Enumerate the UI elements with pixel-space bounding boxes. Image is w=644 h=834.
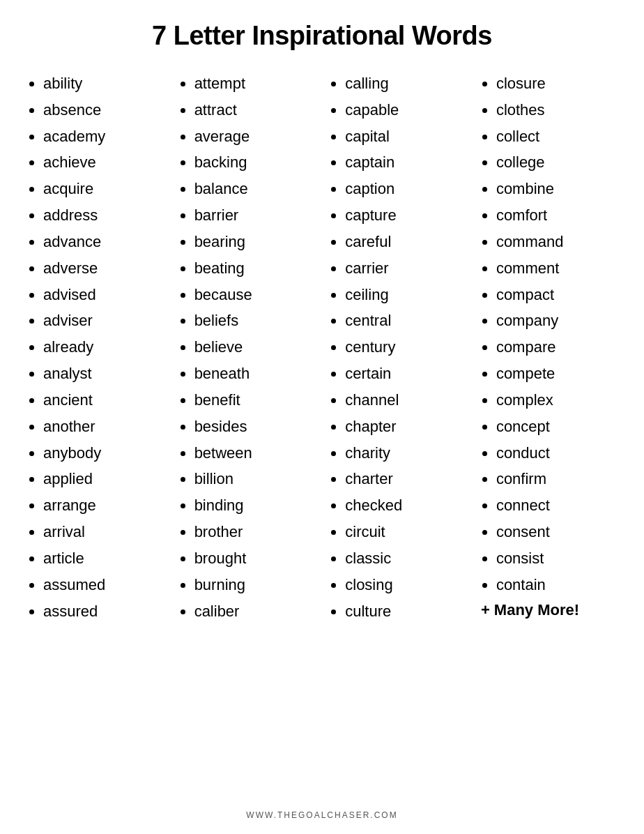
list-item: collect xyxy=(496,123,616,150)
list-item: captain xyxy=(345,149,465,176)
list-item: attract xyxy=(194,97,314,123)
list-item: certain xyxy=(345,361,465,387)
list-item: careful xyxy=(345,229,465,255)
list-item: advised xyxy=(43,282,163,308)
list-item: ability xyxy=(43,70,163,97)
list-item: academy xyxy=(43,123,163,150)
list-item: century xyxy=(345,334,465,361)
list-item: consent xyxy=(496,519,616,545)
list-item: acquire xyxy=(43,176,163,202)
list-item: complex xyxy=(496,387,616,414)
list-item: charity xyxy=(345,440,465,467)
list-item: command xyxy=(496,229,616,255)
list-item: attempt xyxy=(194,70,314,97)
list-item: ceiling xyxy=(345,282,465,308)
list-item: carrier xyxy=(345,255,465,282)
word-column-3: callingcapablecapitalcaptaincaptioncaptu… xyxy=(330,70,465,796)
list-item: company xyxy=(496,308,616,334)
word-column-2: attemptattractaveragebackingbalancebarri… xyxy=(179,70,314,796)
list-item: arrange xyxy=(43,492,163,519)
list-item: compete xyxy=(496,361,616,387)
page-title: 7 Letter Inspirational Words xyxy=(152,21,492,51)
list-item: charter xyxy=(345,466,465,492)
list-item: arrival xyxy=(43,519,163,545)
list-item: circuit xyxy=(345,519,465,545)
list-item: compact xyxy=(496,282,616,308)
list-item: chapter xyxy=(345,414,465,440)
word-columns: abilityabsenceacademyachieveacquireaddre… xyxy=(28,70,616,796)
list-item: beliefs xyxy=(194,308,314,334)
list-item: benefit xyxy=(194,387,314,414)
list-item: brought xyxy=(194,545,314,572)
list-item: channel xyxy=(345,387,465,414)
list-item: analyst xyxy=(43,361,163,387)
list-item: contain xyxy=(496,572,616,598)
list-item: billion xyxy=(194,466,314,492)
list-item: absence xyxy=(43,97,163,123)
list-item: classic xyxy=(345,545,465,572)
list-item: average xyxy=(194,123,314,150)
list-item: assured xyxy=(43,598,163,625)
list-item: adviser xyxy=(43,308,163,334)
list-item: binding xyxy=(194,492,314,519)
list-item: ancient xyxy=(43,387,163,414)
list-item: address xyxy=(43,202,163,229)
list-item: connect xyxy=(496,492,616,519)
list-item: capture xyxy=(345,202,465,229)
list-item: capable xyxy=(345,97,465,123)
list-item: culture xyxy=(345,598,465,625)
list-item: because xyxy=(194,282,314,308)
list-item: comment xyxy=(496,255,616,282)
list-item: calling xyxy=(345,70,465,97)
list-item: burning xyxy=(194,572,314,598)
list-item: beneath xyxy=(194,361,314,387)
list-item: caption xyxy=(345,176,465,202)
list-item: advance xyxy=(43,229,163,255)
list-item: already xyxy=(43,334,163,361)
word-column-4: closureclothescollectcollegecombinecomfo… xyxy=(481,70,616,796)
list-item: college xyxy=(496,149,616,176)
list-item: barrier xyxy=(194,202,314,229)
list-item: consist xyxy=(496,545,616,572)
list-item: applied xyxy=(43,466,163,492)
list-item: central xyxy=(345,308,465,334)
list-item: believe xyxy=(194,334,314,361)
list-item: checked xyxy=(345,492,465,519)
list-item: caliber xyxy=(194,598,314,625)
list-item: closure xyxy=(496,70,616,97)
list-item: achieve xyxy=(43,149,163,176)
list-item: closing xyxy=(345,572,465,598)
word-column-1: abilityabsenceacademyachieveacquireaddre… xyxy=(28,70,163,796)
list-item: anybody xyxy=(43,440,163,467)
list-item: article xyxy=(43,545,163,572)
list-item: combine xyxy=(496,176,616,202)
list-item: concept xyxy=(496,414,616,440)
list-item: bearing xyxy=(194,229,314,255)
list-item: balance xyxy=(194,176,314,202)
list-item: brother xyxy=(194,519,314,545)
list-item: confirm xyxy=(496,466,616,492)
list-item: adverse xyxy=(43,255,163,282)
list-item: beating xyxy=(194,255,314,282)
list-item: capital xyxy=(345,123,465,150)
footer-url: WWW.THEGOALCHASER.COM xyxy=(246,810,397,820)
list-item: backing xyxy=(194,149,314,176)
list-item: compare xyxy=(496,334,616,361)
list-item: assumed xyxy=(43,572,163,598)
list-item: besides xyxy=(194,414,314,440)
list-item: comfort xyxy=(496,202,616,229)
list-item: clothes xyxy=(496,97,616,123)
list-item: between xyxy=(194,440,314,467)
list-item: conduct xyxy=(496,440,616,467)
list-item: another xyxy=(43,414,163,440)
more-text: + Many More! xyxy=(481,601,616,619)
